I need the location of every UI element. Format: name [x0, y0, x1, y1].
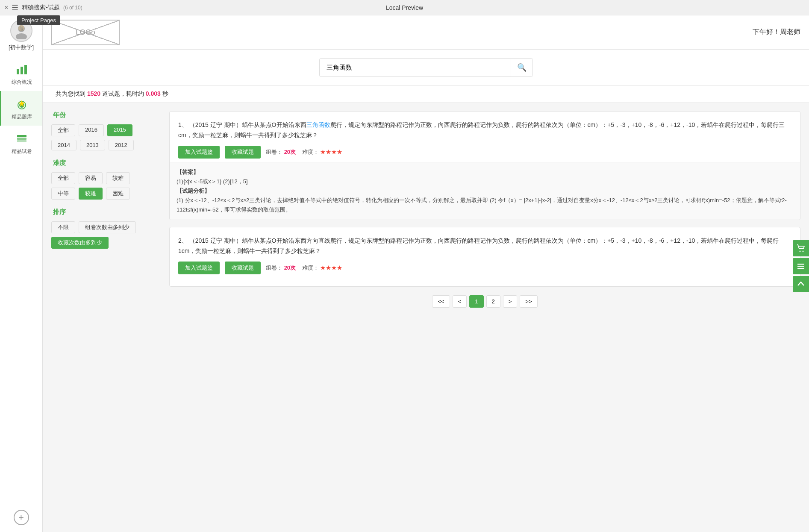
results-prefix: 共为您找到 — [56, 90, 85, 97]
results-time: 0.003 — [146, 90, 161, 97]
local-preview-label: Local Preview — [386, 4, 423, 11]
pagination-next-next[interactable]: >> — [520, 295, 537, 308]
logo-box: LOGo — [51, 20, 120, 45]
q1-meta: 组卷： 20次 难度： ★★★★ — [266, 148, 342, 156]
search-box: 🔍 — [319, 58, 533, 77]
q1-count-label: 组卷： — [266, 149, 282, 155]
pagination-page-2[interactable]: 2 — [486, 295, 500, 308]
question-1-text: 1、 （2015 辽宁 期中）蜗牛从某点O开始沿东西三角函数爬行，规定向东牌型的… — [178, 120, 791, 141]
filter-year-2015[interactable]: 2015 — [107, 124, 132, 136]
q1-stars: ★★★★ — [320, 149, 342, 155]
question-card-2: 2、 （2015 辽宁 期中）蜗牛从某点O开始沿东西方向直线爬行，规定向东牌型的… — [169, 227, 800, 287]
filter-difficulty-medium[interactable]: 中等 — [51, 188, 75, 200]
medal-icon — [14, 96, 29, 112]
filter-sort-collect[interactable]: 收藏次数由多到少 — [51, 237, 109, 249]
float-cart-button[interactable] — [793, 240, 809, 256]
question-2-actions: 加入试题篮 收藏试题 组卷： 20次 难度： ★★★★ — [178, 262, 791, 274]
scroll-content: 年份 全部 2016 2015 2014 2013 2012 难度 — [43, 103, 809, 532]
svg-rect-17 — [797, 268, 804, 269]
logo-text: LOGo — [76, 28, 95, 37]
pagination-prev[interactable]: < — [453, 295, 467, 308]
svg-point-13 — [800, 250, 801, 252]
filter-difficulty-easy[interactable]: 容易 — [79, 172, 103, 184]
user-label: [初中数学] — [9, 44, 34, 51]
svg-rect-11 — [17, 138, 26, 140]
pagination: << < 1 2 > >> — [169, 295, 800, 308]
q1-difficulty-label: 难度： — [302, 149, 319, 155]
questions-list: 1、 （2015 辽宁 期中）蜗牛从某点O开始沿东西三角函数爬行，规定向东牌型的… — [169, 111, 800, 523]
q2-collect-button[interactable]: 收藏试题 — [225, 262, 261, 274]
svg-rect-12 — [17, 135, 26, 137]
svg-rect-4 — [17, 69, 19, 74]
results-count-unit: 道试题，耗时约 — [102, 90, 144, 97]
search-button[interactable]: 🔍 — [511, 59, 532, 76]
layers-icon — [14, 131, 29, 146]
pagination-next[interactable]: > — [503, 295, 518, 308]
float-list-button[interactable] — [793, 258, 809, 274]
filter-year-all[interactable]: 全部 — [51, 124, 75, 136]
add-button[interactable]: + — [14, 510, 29, 525]
results-count: 1520 — [87, 90, 100, 97]
svg-rect-15 — [797, 264, 804, 265]
svg-rect-16 — [797, 266, 804, 267]
filter-sort-compose[interactable]: 组卷次数由多到少 — [79, 221, 136, 233]
q1-count: 20次 — [284, 149, 296, 155]
svg-point-14 — [803, 250, 804, 252]
q1-intro: （2015 辽宁 期中）蜗牛从某点O开始沿东西 — [189, 121, 306, 128]
filter-year-row2: 2014 2013 2012 — [51, 140, 162, 150]
pagination-prev-prev[interactable]: << — [432, 295, 450, 308]
filter-difficulty-harder[interactable]: 较难 — [79, 188, 103, 200]
question-card-1: 1、 （2015 辽宁 期中）蜗牛从某点O开始沿东西三角函数爬行，规定向东牌型的… — [169, 111, 800, 220]
q1-answer-title: 【答案】 — [177, 168, 793, 177]
sidebar: 脸 [初中数学] 综合概况 精品题库 — [0, 15, 43, 532]
project-pages-tooltip: Project Pages — [17, 15, 60, 25]
q2-count-label: 组卷： — [266, 265, 282, 271]
question-2-text: 2、 （2015 辽宁 期中）蜗牛从某点O开始沿东西方向直线爬行，规定向东牌型的… — [178, 236, 791, 256]
page-info: (6 of 10) — [63, 5, 82, 11]
svg-rect-5 — [21, 67, 23, 74]
filter-difficulty-hard1[interactable]: 较难 — [106, 172, 130, 184]
q2-add-button[interactable]: 加入试题篮 — [178, 262, 220, 274]
sidebar-item-question-bank-label: 精品题库 — [12, 113, 32, 121]
filter-year-row1: 全部 2016 2015 — [51, 124, 162, 136]
sidebar-item-overview-label: 综合概况 — [12, 79, 32, 86]
q1-answer-content: (1){x|x＜-5或x＞1} (2)[12，5] — [177, 177, 793, 186]
filter-year-2016[interactable]: 2016 — [79, 124, 104, 136]
q1-collect-button[interactable]: 收藏试题 — [225, 146, 261, 159]
sidebar-item-exam-paper-label: 精品试卷 — [12, 148, 32, 155]
results-info: 共为您找到 1520 道试题，耗时约 0.003 秒 — [43, 86, 809, 103]
filter-year-2014[interactable]: 2014 — [51, 140, 76, 150]
float-up-button[interactable] — [793, 276, 809, 292]
q2-difficulty-label: 难度： — [302, 265, 319, 271]
filter-year-2012[interactable]: 2012 — [109, 140, 134, 150]
filter-difficulty-section: 难度 全部 容易 较难 中等 较难 困难 — [51, 159, 162, 200]
sidebar-item-exam-paper[interactable]: 精品试卷 — [0, 126, 42, 160]
main-layout: 脸 [初中数学] 综合概况 精品题库 — [0, 15, 809, 532]
filter-sort-row2: 收藏次数由多到少 — [51, 237, 162, 249]
sidebar-item-overview[interactable]: 综合概况 — [0, 56, 42, 91]
content-area: LOGo 下午好！周老师 🔍 共为您找到 1520 道试题，耗时约 0.003 … — [43, 15, 809, 532]
q1-add-button[interactable]: 加入试题篮 — [178, 146, 220, 159]
q1-analysis-title: 【试题分析】 — [177, 186, 793, 196]
pagination-page-1[interactable]: 1 — [469, 295, 483, 308]
filter-difficulty-all[interactable]: 全部 — [51, 172, 75, 184]
sidebar-item-question-bank[interactable]: 精品题库 — [0, 91, 42, 126]
q2-count: 20次 — [284, 265, 296, 271]
top-bar: × ☰ 精确搜索-试题 (6 of 10) Local Preview Proj… — [0, 0, 809, 15]
chart-icon — [14, 62, 29, 77]
close-button[interactable]: × — [4, 4, 8, 12]
search-input[interactable] — [320, 60, 511, 76]
greeting-text: 下午好！周老师 — [753, 28, 800, 37]
q2-number: 2、 — [178, 237, 188, 244]
top-bar-title: 精确搜索-试题 — [22, 4, 60, 12]
filter-year-2013[interactable]: 2013 — [80, 140, 105, 150]
svg-point-1 — [16, 33, 27, 39]
question-1-answer: 【答案】 (1){x|x＜-5或x＞1} (2)[12，5] 【试题分析】 (1… — [170, 162, 800, 220]
q1-number: 1、 — [178, 121, 188, 128]
filter-panel: 年份 全部 2016 2015 2014 2013 2012 难度 — [51, 111, 162, 523]
filter-difficulty-very-hard[interactable]: 困难 — [106, 188, 130, 200]
filter-sort-title: 排序 — [51, 208, 162, 216]
filter-sort-all[interactable]: 不限 — [51, 221, 75, 233]
content-header: LOGo 下午好！周老师 — [43, 15, 809, 50]
menu-button[interactable]: ☰ — [12, 3, 18, 12]
